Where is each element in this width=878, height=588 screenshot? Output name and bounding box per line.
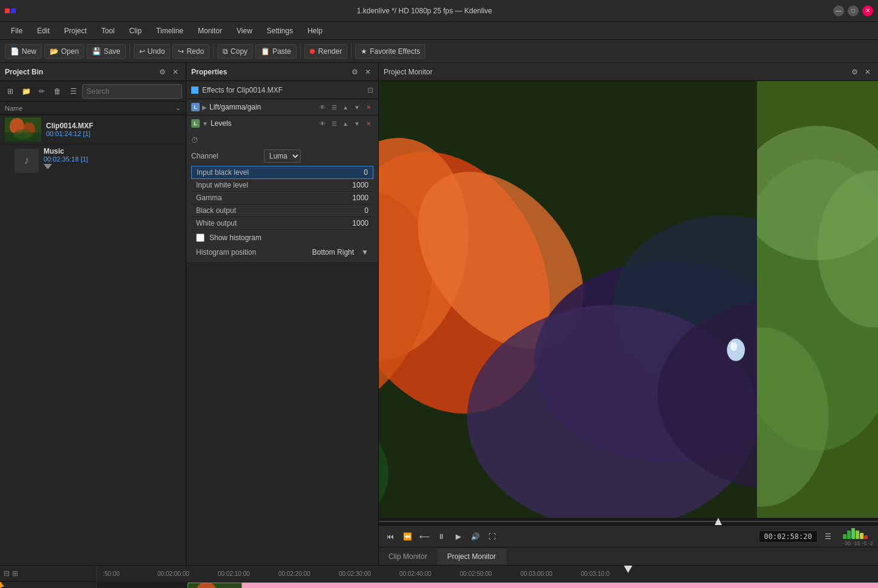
paste-icon: 📋 (261, 47, 270, 56)
param-label-gamma: Gamma (196, 194, 332, 202)
monitor-settings-icon[interactable]: ⚙ (849, 67, 860, 77)
project-monitor-tab[interactable]: Project Monitor (437, 549, 506, 564)
step-back-button[interactable]: ⏪ (401, 530, 414, 543)
effect-remove-icon-2[interactable]: ✕ (364, 119, 373, 128)
db-label-2: -2 (868, 540, 873, 546)
menu-file[interactable]: File (5, 24, 28, 38)
delete-clip-button[interactable]: 🗑 (51, 85, 64, 98)
menu-view[interactable]: View (231, 24, 258, 38)
copy-label: Copy (231, 47, 247, 56)
project-bin-header: Project Bin ⚙ ✕ (0, 63, 186, 81)
clip-thumbnail (5, 117, 41, 142)
effect-up-icon-2[interactable]: ▲ (341, 119, 350, 128)
param-row-black-output[interactable]: Black output 0 (191, 204, 373, 217)
show-histogram-checkbox[interactable] (196, 234, 205, 242)
zoom-in-icon[interactable]: ⊞ (12, 569, 18, 578)
toolbar-sep-3 (300, 44, 301, 59)
menu-help[interactable]: Help (301, 24, 329, 38)
search-input[interactable] (82, 84, 182, 99)
copy-button[interactable]: ⧉ Copy (217, 44, 253, 59)
menu-timeline[interactable]: Timeline (150, 24, 189, 38)
save-button[interactable]: 💾 Save (87, 44, 125, 59)
maximize-button[interactable]: □ (848, 5, 859, 16)
minimize-button[interactable]: — (833, 5, 844, 16)
properties-close-icon[interactable]: ✕ (362, 67, 373, 77)
project-bin-toolbar: ⊞ 📁 ✏ 🗑 ☰ (0, 81, 186, 102)
effect-lift-gamma-gain: L ▶ Lift/gamma/gain 👁 ☰ ▲ ▼ ✕ (186, 99, 378, 116)
video2-track-content: Lift/gamma/gain / Levels (97, 582, 878, 588)
param-row-input-white[interactable]: Input white level 1000 (191, 179, 373, 192)
list-view-button[interactable]: ☰ (67, 85, 80, 98)
monitor-menu-icon[interactable]: ☰ (821, 530, 834, 543)
effect-down-icon-2[interactable]: ▼ (352, 119, 362, 128)
param-row-gamma[interactable]: Gamma 1000 (191, 192, 373, 204)
view-mode-button[interactable]: ⊞ (4, 85, 17, 98)
menu-monitor[interactable]: Monitor (192, 24, 228, 38)
render-button[interactable]: Render (304, 44, 347, 59)
menu-settings[interactable]: Settings (261, 24, 299, 38)
effect-eye-icon-1[interactable]: 👁 (318, 102, 327, 112)
volume-icon[interactable]: 🔊 (468, 530, 482, 543)
clip-monitor-tab[interactable]: Clip Monitor (379, 549, 437, 564)
effect-up-icon-1[interactable]: ▲ (341, 102, 350, 112)
add-folder-button[interactable]: 📁 (19, 85, 33, 98)
effect-menu-icon-1[interactable]: ☰ (329, 102, 339, 112)
histogram-dropdown-icon[interactable]: ▼ (361, 248, 369, 256)
zoom-out-icon[interactable]: ⊟ (4, 569, 10, 578)
monitor-scrubber[interactable] (379, 518, 878, 525)
effect-name-1: Lift/gamma/gain (209, 103, 315, 111)
video-frame-side (757, 81, 878, 518)
pause-button[interactable]: ⏸ (434, 530, 448, 543)
audio-meter: -30 -15 -5 -2 (843, 527, 873, 546)
time-display: 00:02:58:20 (759, 531, 817, 543)
window-controls: — □ ✕ (833, 5, 873, 16)
music-item[interactable]: ♪ Music 00:02:35:18 [1] (0, 145, 186, 177)
channel-select[interactable]: Luma (264, 149, 301, 163)
new-button[interactable]: 📄 New (5, 44, 42, 59)
param-row-input-black[interactable]: Input black level 0 (191, 166, 373, 179)
go-to-start-button[interactable]: ⏮ (384, 530, 397, 543)
channel-row: Channel Luma (191, 147, 373, 166)
project-bin-close-icon[interactable]: ✕ (170, 67, 181, 77)
menu-edit[interactable]: Edit (31, 24, 56, 38)
audio-bar-6 (864, 535, 868, 539)
histogram-position-value: Bottom Right (312, 248, 354, 256)
favorite-effects-button[interactable]: ★ Favorite Effects (355, 44, 425, 59)
open-button[interactable]: 📂 Open (44, 44, 84, 59)
play-forward-button[interactable]: ▶ (451, 530, 465, 543)
edit-clip-button[interactable]: ✏ (35, 85, 48, 98)
svg-point-18 (730, 342, 737, 351)
effect-clip-bar[interactable]: Lift/gamma/gain / Levels (242, 583, 878, 588)
effect-menu-icon-2[interactable]: ☰ (329, 119, 339, 128)
effect-eye-icon-2[interactable]: 👁 (318, 119, 327, 128)
paste-button[interactable]: 📋 Paste (255, 44, 296, 59)
play-back-button[interactable]: ⟵ (418, 530, 431, 543)
audio-bar-3 (851, 528, 855, 539)
monitor-header: Project Monitor ⚙ ✕ (379, 63, 878, 81)
fullscreen-button[interactable]: ⛶ (485, 530, 499, 543)
clock-icon[interactable]: ⏱ (191, 136, 198, 145)
histogram-position-row: Histogram position Bottom Right ▼ (191, 246, 373, 259)
effect-row-header-2[interactable]: L ▼ Levels 👁 ☰ ▲ ▼ ✕ (186, 116, 378, 131)
redo-button[interactable]: ↪ Redo (172, 44, 209, 59)
param-row-white-output[interactable]: White output 1000 (191, 217, 373, 230)
monitor-controls: ⏮ ⏪ ⟵ ⏸ ▶ 🔊 ⛶ 00:02:58:20 ☰ -30 (379, 525, 878, 547)
paste-label: Paste (272, 47, 291, 56)
effects-expand-icon[interactable]: ⊡ (367, 86, 373, 94)
properties-settings-icon[interactable]: ⚙ (349, 67, 360, 77)
effect-row-header-1[interactable]: L ▶ Lift/gamma/gain 👁 ☰ ▲ ▼ ✕ (186, 99, 378, 115)
menu-tool[interactable]: Tool (95, 24, 120, 38)
music-info: Music 00:02:35:18 [1] (44, 147, 181, 174)
undo-button[interactable]: ↩ Undo (134, 44, 171, 59)
video-clip-2[interactable] (188, 583, 242, 588)
project-bin-settings-icon[interactable]: ⚙ (157, 67, 168, 77)
effect-down-icon-1[interactable]: ▼ (352, 102, 362, 112)
effect-remove-icon-1[interactable]: ✕ (364, 102, 373, 112)
monitor-close-icon[interactable]: ✕ (862, 67, 873, 77)
sort-icon[interactable]: ⌄ (175, 104, 181, 112)
clip-item-video[interactable]: Clip0014.MXF 00:01:24:12 [1] (0, 115, 186, 145)
project-bin-actions: ⚙ ✕ (157, 67, 181, 77)
menu-project[interactable]: Project (58, 24, 93, 38)
close-button[interactable]: ✕ (862, 5, 873, 16)
menu-clip[interactable]: Clip (123, 24, 148, 38)
